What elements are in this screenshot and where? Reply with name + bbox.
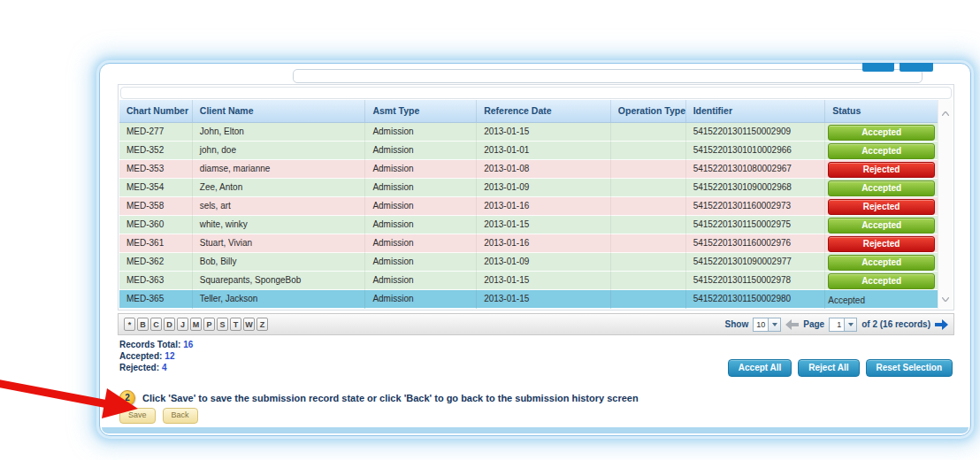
cell-client: john, doe (193, 142, 366, 160)
alpha-filter-bar: *BCDJMPSTWZ (124, 318, 270, 331)
table-row[interactable]: MED-353diamse, marianneAdmission2013-01-… (119, 160, 938, 179)
grid-footer-bar: *BCDJMPSTWZ Show 10 Page 1 of 2 (16 reco… (118, 313, 954, 335)
table-row[interactable]: MED-360white, winkyAdmission2013-01-1554… (119, 216, 938, 234)
alpha-filter-button[interactable]: W (243, 318, 255, 331)
table-row[interactable]: MED-358sels, artAdmission2013-01-1654152… (119, 197, 938, 216)
status-button[interactable]: Rejected (828, 162, 935, 178)
status-button[interactable]: Accepted (828, 255, 935, 271)
cell-op (611, 253, 686, 272)
cell-identifier: 54152201301160002973 (686, 197, 826, 216)
cell-identifier: 54152201301090002977 (686, 253, 826, 272)
alpha-filter-button[interactable]: Z (256, 318, 268, 331)
alpha-filter-button[interactable]: S (217, 318, 228, 331)
bulk-actions: Accept AllReject AllReset Selection (728, 359, 953, 377)
cell-status: Rejected (825, 160, 938, 179)
show-count-select[interactable]: 10 (753, 318, 781, 332)
column-header-asmt[interactable]: Asmt Type (365, 100, 477, 122)
table-row[interactable]: MED-365Teller, JacksonAdmission2013-01-1… (119, 290, 938, 309)
cell-identifier: 54152201301150002975 (686, 216, 826, 234)
cell-asmt: Admission (365, 234, 477, 253)
cell-chart: MED-352 (119, 142, 193, 160)
alpha-filter-button[interactable]: T (230, 318, 241, 331)
cell-client: diamse, marianne (193, 160, 366, 179)
page-value: 1 (830, 318, 844, 331)
show-label: Show (725, 319, 749, 329)
top-cropped-button[interactable] (900, 63, 933, 72)
status-button[interactable]: Accepted (828, 143, 935, 159)
next-page-icon[interactable] (935, 319, 948, 330)
alpha-filter-button[interactable]: B (137, 318, 149, 331)
cell-identifier: 54152201301160002976 (686, 234, 826, 253)
cell-asmt: Admission (365, 179, 477, 197)
cell-op (611, 160, 686, 179)
table-row[interactable]: MED-352john, doeAdmission2013-01-0154152… (119, 142, 938, 160)
cell-client: Bob, Billy (193, 253, 366, 272)
cell-chart: MED-362 (119, 253, 193, 272)
status-button[interactable]: Accepted (828, 218, 935, 234)
table-row[interactable]: MED-362Bob, BillyAdmission2013-01-095415… (119, 253, 938, 272)
status-button[interactable]: Rejected (828, 236, 935, 252)
back-button[interactable]: Back (163, 408, 198, 424)
cell-identifier: 54152201301080002967 (686, 160, 826, 179)
cell-status: Accepted (825, 272, 938, 290)
status-button[interactable]: Accepted (828, 180, 935, 196)
scroll-up-icon[interactable] (942, 104, 949, 119)
column-header-identifier[interactable]: Identifier (686, 100, 826, 122)
cell-identifier: 54152201301150002909 (686, 123, 826, 142)
column-header-date[interactable]: Reference Date (477, 100, 611, 122)
cell-status: Accepted (825, 142, 938, 160)
cell-chart: MED-363 (119, 272, 193, 290)
cell-asmt: Admission (365, 272, 477, 290)
cell-date: 2013-01-16 (477, 197, 611, 216)
table-scrollbar[interactable] (938, 100, 953, 309)
reset-selection-button[interactable]: Reset Selection (866, 359, 953, 377)
cell-identifier: 54152201301150002980 (686, 290, 826, 309)
cell-asmt: Admission (365, 160, 477, 179)
cell-asmt: Admission (365, 216, 477, 234)
rejected-count-line: Rejected:4 (119, 362, 193, 373)
save-button[interactable]: Save (119, 408, 156, 424)
status-button[interactable]: Accepted (828, 273, 935, 289)
top-cropped-button[interactable] (862, 63, 894, 72)
alpha-filter-button[interactable]: * (124, 318, 135, 331)
cell-chart: MED-354 (119, 179, 193, 197)
alpha-filter-button[interactable]: M (190, 318, 202, 331)
cell-identifier: 54152201301150002978 (686, 272, 826, 290)
cell-chart: MED-353 (119, 160, 193, 179)
accepted-count-value: 12 (165, 351, 174, 361)
accepted-count-line: Accepted:12 (119, 350, 193, 362)
alpha-filter-button[interactable]: P (203, 318, 215, 331)
page-select[interactable]: 1 (829, 318, 857, 332)
cell-op (611, 142, 686, 160)
column-header-op[interactable]: Operation Type (611, 100, 686, 122)
alpha-filter-button[interactable]: C (150, 318, 162, 331)
column-header-client[interactable]: Client Name (193, 100, 366, 122)
alpha-filter-button[interactable]: J (177, 318, 188, 331)
page-of-text: of 2 (16 records) (861, 319, 930, 329)
prev-page-icon[interactable] (785, 319, 799, 330)
scroll-down-icon[interactable] (942, 289, 949, 305)
table-row[interactable]: MED-361Stuart, VivianAdmission2013-01-16… (119, 234, 938, 253)
status-button[interactable]: Accepted (828, 125, 935, 141)
step-instruction: 2 Click 'Save' to save the submission re… (119, 390, 639, 406)
cell-client: white, winky (193, 216, 366, 234)
grid-toolbar (120, 87, 952, 99)
column-header-chart[interactable]: Chart Number (119, 100, 193, 122)
cell-status: Accepted (825, 123, 938, 142)
table-row[interactable]: MED-277John, EltonAdmission2013-01-15541… (119, 123, 938, 142)
pagination: Show 10 Page 1 of 2 (16 records) (725, 318, 948, 332)
alpha-filter-button[interactable]: D (164, 318, 175, 331)
cell-date: 2013-01-09 (477, 253, 611, 272)
status-text: Accepted (828, 293, 865, 308)
cell-asmt: Admission (365, 142, 477, 160)
cell-asmt: Admission (365, 253, 477, 272)
table-row[interactable]: MED-354Zee, AntonAdmission2013-01-095415… (119, 179, 938, 197)
reject-all-button[interactable]: Reject All (798, 359, 859, 377)
cell-status: Accepted (825, 290, 938, 309)
accept-all-button[interactable]: Accept All (728, 359, 792, 377)
table-row[interactable]: MED-363Squarepants, SpongeBobAdmission20… (119, 272, 938, 290)
cell-status: Accepted (825, 253, 938, 272)
cell-status: Rejected (825, 197, 938, 216)
column-header-status[interactable]: Status (825, 100, 938, 122)
status-button[interactable]: Rejected (828, 199, 935, 215)
